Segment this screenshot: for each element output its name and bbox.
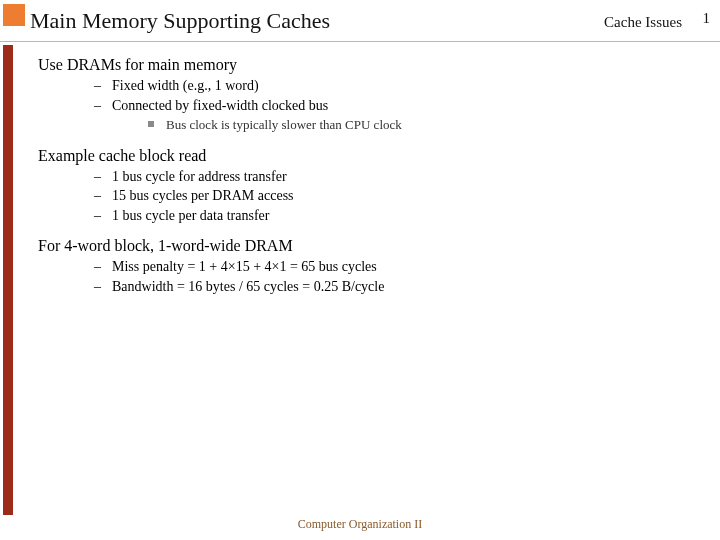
slide: Main Memory Supporting Caches Cache Issu… [0,0,720,540]
bullet-level1: Miss penalty = 1 + 4×15 + 4×1 = 65 bus c… [94,257,678,277]
slide-content: Use DRAMs for main memory Fixed width (e… [38,54,678,297]
bullet-level2: Bus clock is typically slower than CPU c… [148,115,678,135]
page-number: 1 [703,10,711,27]
bullet-level1: Connected by fixed-width clocked bus [94,96,678,116]
bullet-level1: Bandwidth = 16 bytes / 65 cycles = 0.25 … [94,277,678,297]
accent-square-icon [3,4,25,26]
section-heading: Use DRAMs for main memory [38,56,678,74]
slide-title: Main Memory Supporting Caches [30,8,330,34]
bullet-level1: 1 bus cycle per data transfer [94,206,678,226]
bullet-level1: 15 bus cycles per DRAM access [94,186,678,206]
section-heading: For 4-word block, 1-word-wide DRAM [38,237,678,255]
slide-footer: Computer Organization II [0,517,720,532]
slide-subtitle: Cache Issues [604,14,682,31]
left-accent-bar [3,45,13,515]
slide-header: Main Memory Supporting Caches Cache Issu… [0,0,720,42]
bullet-level1: Fixed width (e.g., 1 word) [94,76,678,96]
bullet-level1: 1 bus cycle for address transfer [94,167,678,187]
section-heading: Example cache block read [38,147,678,165]
